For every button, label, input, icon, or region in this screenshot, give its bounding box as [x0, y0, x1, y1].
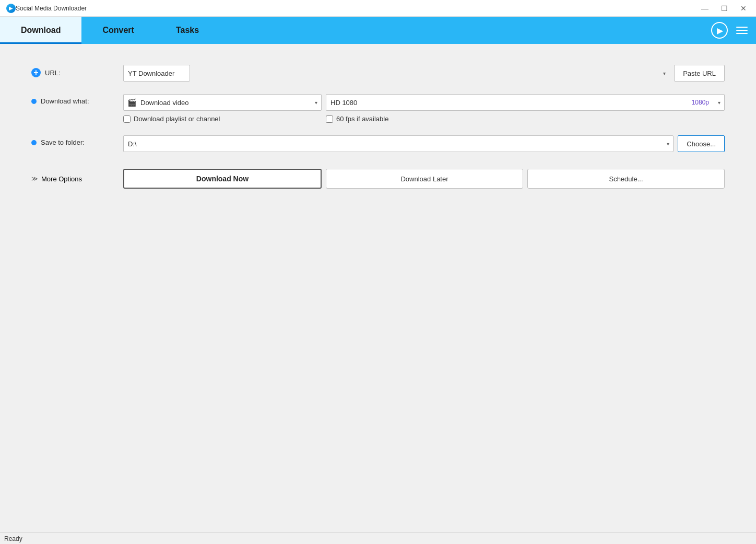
save-folder-label-group: Save to folder:	[31, 135, 115, 146]
main-content: + URL: YT Downloader ▾ Paste URL Downloa…	[0, 44, 756, 533]
play-circle: ▶	[711, 22, 728, 39]
url-select-wrapper: YT Downloader ▾	[123, 65, 670, 82]
more-options-label: More Options	[41, 175, 82, 183]
play-icon: ▶	[717, 26, 723, 36]
download-what-selects: 🎬 Download video ▾ HD 1080 1080p ▾	[123, 94, 725, 111]
minimize-button[interactable]: —	[698, 4, 712, 13]
url-controls: YT Downloader ▾ Paste URL	[123, 65, 725, 82]
schedule-button[interactable]: Schedule...	[527, 169, 725, 189]
nav-bar: Download Convert Tasks ▶	[0, 17, 756, 44]
fps-label[interactable]: 60 fps if available	[336, 115, 388, 123]
download-what-controls: 🎬 Download video ▾ HD 1080 1080p ▾	[123, 94, 725, 123]
window-controls: — ☐ ✕	[698, 4, 750, 13]
save-folder-controls: D:\ ▾ Choose...	[123, 135, 725, 152]
save-folder-row: Save to folder: D:\ ▾ Choose...	[31, 135, 725, 152]
add-url-icon[interactable]: +	[31, 68, 41, 77]
save-folder-label: Save to folder:	[41, 138, 85, 146]
download-what-dot	[31, 99, 37, 104]
choose-folder-button[interactable]: Choose...	[678, 135, 725, 152]
download-type-select[interactable]: Download video	[123, 94, 322, 111]
url-input-row: YT Downloader ▾ Paste URL	[123, 65, 725, 82]
download-options-row: Download playlist or channel 60 fps if a…	[123, 115, 725, 123]
more-options-group[interactable]: ≫ More Options	[31, 175, 115, 183]
quality-select[interactable]: HD 1080	[326, 94, 725, 111]
download-type-wrapper: 🎬 Download video ▾	[123, 94, 322, 111]
download-what-row: Download what: 🎬 Download video ▾ HD 108…	[31, 94, 725, 123]
status-bar: Ready	[0, 533, 756, 544]
url-label-group: + URL:	[31, 65, 115, 77]
folder-select-wrapper: D:\ ▾	[123, 135, 674, 152]
action-buttons: Download Now Download Later Schedule...	[123, 169, 725, 189]
url-select[interactable]: YT Downloader	[123, 65, 190, 82]
more-options-row: ≫ More Options Download Now Download Lat…	[31, 169, 725, 189]
url-row: + URL: YT Downloader ▾ Paste URL	[31, 65, 725, 82]
app-icon: ▶	[6, 4, 16, 13]
url-label: URL:	[45, 69, 61, 77]
playlist-label[interactable]: Download playlist or channel	[134, 115, 220, 123]
tab-download-label: Download	[21, 26, 61, 35]
tab-convert[interactable]: Convert	[81, 17, 155, 44]
tab-download[interactable]: Download	[0, 17, 81, 44]
more-options-chevron-icon: ≫	[31, 175, 38, 182]
title-bar: ▶ Social Media Downloader — ☐ ✕	[0, 0, 756, 17]
download-what-label-group: Download what:	[31, 94, 115, 105]
fps-checkbox-row: 60 fps if available	[326, 115, 388, 123]
playlist-checkbox-row: Download playlist or channel	[123, 115, 322, 123]
app-title: Social Media Downloader	[16, 5, 698, 12]
maximize-button[interactable]: ☐	[718, 4, 731, 13]
tab-tasks[interactable]: Tasks	[155, 17, 220, 44]
hamburger-icon	[734, 25, 750, 36]
status-text: Ready	[4, 535, 22, 542]
menu-button[interactable]	[734, 25, 750, 36]
playlist-checkbox[interactable]	[123, 115, 131, 123]
download-now-button[interactable]: Download Now	[123, 169, 322, 189]
app-icon-symbol: ▶	[9, 5, 13, 11]
folder-select[interactable]: D:\	[123, 135, 674, 152]
save-folder-dot	[31, 140, 37, 145]
url-chevron-icon: ▾	[663, 71, 666, 76]
paste-url-button[interactable]: Paste URL	[674, 65, 725, 82]
close-button[interactable]: ✕	[737, 4, 750, 13]
play-button[interactable]: ▶	[711, 22, 728, 39]
quality-wrapper: HD 1080 1080p ▾	[326, 94, 725, 111]
fps-checkbox[interactable]	[326, 115, 333, 123]
download-later-button[interactable]: Download Later	[326, 169, 523, 189]
save-folder-input-row: D:\ ▾ Choose...	[123, 135, 725, 152]
download-what-label: Download what:	[41, 97, 89, 105]
tab-convert-label: Convert	[102, 26, 134, 35]
tab-tasks-label: Tasks	[176, 26, 199, 35]
add-icon: +	[33, 68, 38, 77]
nav-right-controls: ▶	[711, 17, 756, 44]
